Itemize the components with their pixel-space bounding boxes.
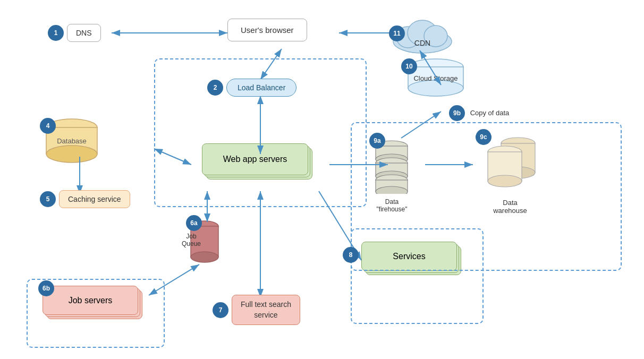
badge-6a: 6a	[186, 215, 202, 231]
svg-text:Cloud Storage: Cloud Storage	[413, 74, 457, 82]
cloud-storage-node: 10 Cloud Storage	[404, 57, 468, 99]
dashed-box-services	[351, 228, 484, 324]
job-queue-label: JobQueue	[181, 233, 202, 247]
job-queue-node: 6a JobQueue	[189, 218, 221, 268]
svg-point-31	[191, 252, 218, 262]
badge-9b: 9b	[449, 105, 465, 121]
badge-5: 5	[40, 191, 56, 207]
badge-6b: 6b	[38, 280, 54, 296]
svg-point-23	[408, 80, 463, 96]
svg-point-27	[46, 146, 97, 163]
dns-box: DNS	[67, 24, 101, 42]
badge-10: 10	[401, 58, 417, 74]
load-balancer-node: 2 Load Balancer	[207, 79, 296, 97]
load-balancer-box: Load Balancer	[226, 79, 296, 97]
badge-9c: 9c	[476, 129, 492, 145]
svg-text:CDN: CDN	[414, 39, 430, 47]
caching-box: Caching service	[59, 190, 130, 208]
badge-11: 11	[389, 25, 405, 41]
badge-1: 1	[48, 25, 64, 41]
full-text-node: 7 Full text searchservice	[213, 295, 300, 325]
badge-2: 2	[207, 80, 223, 96]
browser-node: User's browser	[227, 19, 307, 41]
copy-of-data-label: 9b Copy of data	[449, 105, 509, 121]
dns-node: 1 DNS	[48, 24, 101, 42]
cdn-node: CDN 11	[388, 10, 457, 59]
svg-text:Database: Database	[57, 137, 87, 145]
badge-9a: 9a	[369, 133, 385, 149]
caching-node: 5 Caching service	[40, 190, 130, 208]
database-node: 4 Database	[43, 117, 101, 167]
full-text-box: Full text searchservice	[232, 295, 300, 325]
diagram: 1 DNS User's browser CDN 11 2 Load Balan…	[0, 0, 644, 359]
badge-4: 4	[40, 118, 56, 134]
copy-of-data-text: Copy of data	[470, 109, 510, 117]
badge-7: 7	[213, 302, 228, 318]
browser-box: User's browser	[227, 19, 307, 41]
badge-8: 8	[343, 247, 359, 263]
